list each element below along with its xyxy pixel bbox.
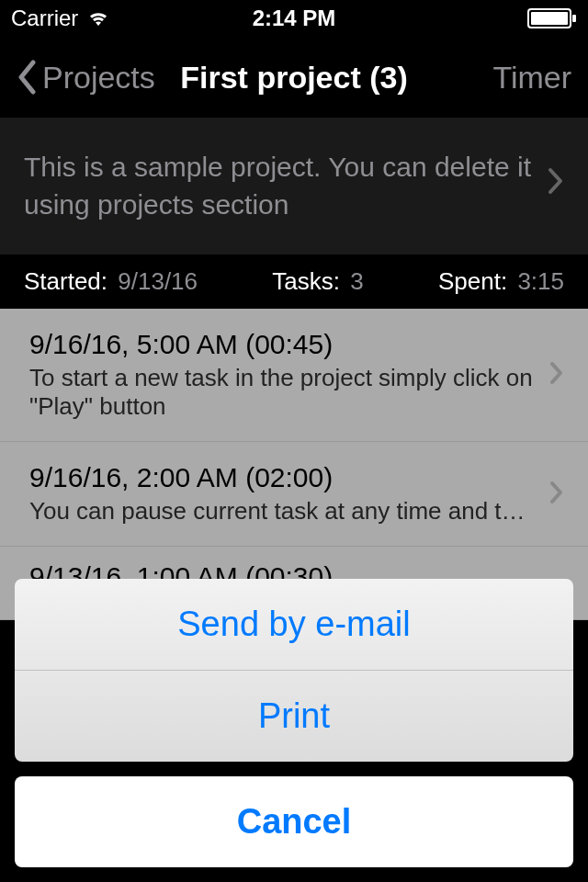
action-sheet-overlay: Send by e-mail Print Cancel (0, 0, 588, 882)
cancel-button[interactable]: Cancel (15, 776, 573, 867)
send-email-button[interactable]: Send by e-mail (15, 579, 573, 671)
action-sheet: Send by e-mail Print (15, 579, 573, 762)
print-button[interactable]: Print (15, 671, 573, 762)
cancel-sheet: Cancel (15, 776, 573, 867)
